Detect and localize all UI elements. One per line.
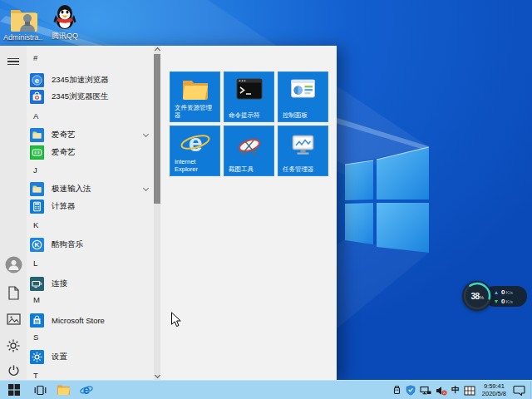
item-label: 2345加速浏览器: [52, 75, 109, 86]
memory-usage-circle[interactable]: 38%: [462, 281, 492, 311]
item-label: Microsoft Store: [52, 316, 105, 325]
item-label: 酷狗音乐: [52, 239, 83, 250]
list-item-iqiyi-app[interactable]: 爱奇艺: [30, 144, 153, 161]
volume-muted-icon[interactable]: [436, 381, 447, 399]
start-tiles-area: 文件资源管理器 命令提示符: [160, 46, 337, 380]
ime-pad-icon[interactable]: [464, 381, 475, 399]
upload-value: 0: [501, 288, 505, 296]
scroll-up-icon[interactable]: [154, 47, 160, 53]
calculator-icon: [30, 200, 44, 214]
svg-text:e: e: [35, 76, 39, 85]
iqiyi-icon: [30, 145, 44, 160]
chevron-down-icon[interactable]: [143, 131, 149, 137]
2345-browser-icon: e: [30, 73, 44, 87]
list-item-iqiyi-folder[interactable]: 爱奇艺: [30, 126, 153, 144]
desktop-icon-label: 腾讯QQ: [45, 32, 85, 40]
list-item-2345-browser[interactable]: e 2345加速浏览器: [30, 71, 153, 89]
screen: Administra... 腾讯QQ: [0, 0, 532, 399]
start-list-scrollbar[interactable]: [154, 46, 160, 380]
desktop-icon-label: Administra...: [3, 33, 43, 42]
download-value: 0: [501, 298, 505, 305]
ie-browser-icon: e: [80, 383, 93, 397]
task-view-icon: [34, 385, 47, 396]
scroll-down-icon[interactable]: [154, 372, 160, 378]
section-header[interactable]: S: [33, 331, 38, 344]
desktop-icon-qq[interactable]: 腾讯QQ: [45, 3, 85, 40]
list-item-settings[interactable]: 设置: [30, 348, 153, 366]
tile-label: 任务管理器: [283, 166, 326, 174]
folder-icon: [30, 128, 44, 142]
control-panel-icon: [278, 78, 328, 99]
action-center-icon[interactable]: [513, 381, 525, 399]
section-header[interactable]: M: [33, 293, 40, 307]
upload-speed-row: 0 K/s: [495, 288, 522, 296]
tile-command-prompt[interactable]: 命令提示符: [224, 71, 274, 122]
item-label: 连接: [52, 278, 67, 289]
usb-icon[interactable]: [392, 381, 401, 399]
power-icon[interactable]: [0, 360, 27, 382]
tile-label: 控制面板: [283, 112, 326, 120]
tile-file-explorer[interactable]: 文件资源管理器: [170, 71, 220, 122]
internet-explorer-icon: e: [170, 130, 219, 156]
download-arrow-icon: [495, 300, 498, 303]
section-header[interactable]: T: [33, 369, 38, 380]
tile-snipping-tool[interactable]: 截图工具: [224, 126, 274, 176]
svg-text:e: e: [83, 383, 90, 397]
desktop-icon-administrator[interactable]: Administra...: [3, 5, 43, 42]
pictures-icon[interactable]: [0, 308, 27, 330]
section-header[interactable]: #: [33, 52, 37, 65]
shield-icon[interactable]: [406, 381, 416, 399]
user-avatar[interactable]: [0, 254, 27, 275]
kugou-icon: K: [30, 238, 44, 252]
snipping-tool-icon: [224, 136, 273, 158]
tile-task-manager[interactable]: 任务管理器: [278, 126, 328, 176]
file-explorer-icon: [170, 78, 219, 101]
task-view-button[interactable]: [28, 381, 52, 399]
gear-icon[interactable]: [0, 335, 27, 357]
tile-label: 截图工具: [229, 166, 272, 174]
chevron-down-icon[interactable]: [143, 185, 149, 191]
item-label: 爱奇艺: [52, 147, 76, 158]
upload-arrow-icon: [495, 291, 498, 294]
file-explorer-button[interactable]: [52, 381, 75, 399]
download-speed-row: 0 K/s: [495, 298, 522, 305]
connect-icon: [30, 277, 44, 291]
tile-label: 文件资源管理器: [175, 105, 218, 119]
list-item-jisu-ime-folder[interactable]: 极速输入法: [30, 180, 153, 198]
section-header[interactable]: L: [33, 257, 37, 270]
network-speed-widget[interactable]: 0 K/s 0 K/s 38%: [462, 281, 529, 311]
ime-language-indicator[interactable]: 中: [451, 381, 460, 399]
list-item-kugou[interactable]: K 酷狗音乐: [30, 236, 153, 254]
hamburger-icon[interactable]: [0, 51, 27, 72]
taskbar-clock[interactable]: 9:59:41 2020/5/8: [482, 383, 506, 397]
list-item-calculator[interactable]: 计算器: [30, 198, 153, 215]
clock-date: 2020/5/8: [482, 391, 506, 398]
item-label: 计算器: [52, 201, 76, 212]
browser-button[interactable]: e: [75, 381, 98, 399]
tile-control-panel[interactable]: 控制面板: [278, 71, 328, 122]
network-icon[interactable]: [420, 381, 431, 399]
list-item-2345-doctor[interactable]: 2345浏览器医生: [30, 88, 153, 106]
windows-logo-icon: [8, 384, 20, 396]
download-unit: K/s: [505, 299, 513, 304]
system-tray: 中 9:59:41 2020/5/8: [392, 381, 530, 399]
document-icon[interactable]: [0, 282, 27, 303]
command-prompt-icon: [224, 78, 273, 100]
start-button[interactable]: [0, 381, 28, 399]
list-item-microsoft-store[interactable]: Microsoft Store: [30, 312, 153, 329]
section-header[interactable]: A: [33, 110, 38, 123]
2345-doctor-icon: [30, 90, 44, 104]
item-label: 爱奇艺: [52, 130, 76, 140]
item-label: 2345浏览器医生: [52, 91, 109, 102]
user-folder-icon: [3, 5, 43, 32]
file-explorer-icon: [57, 384, 71, 396]
svg-text:e: e: [188, 130, 202, 156]
section-header[interactable]: K: [33, 219, 38, 232]
list-item-connect[interactable]: 连接: [30, 275, 153, 293]
tile-label: Internet Explorer: [175, 159, 218, 173]
item-label: 设置: [52, 352, 67, 362]
upload-unit: K/s: [505, 290, 513, 295]
tile-internet-explorer[interactable]: e Internet Explorer: [170, 126, 220, 176]
scrollbar-thumb[interactable]: [154, 54, 160, 204]
section-header[interactable]: J: [33, 164, 37, 177]
